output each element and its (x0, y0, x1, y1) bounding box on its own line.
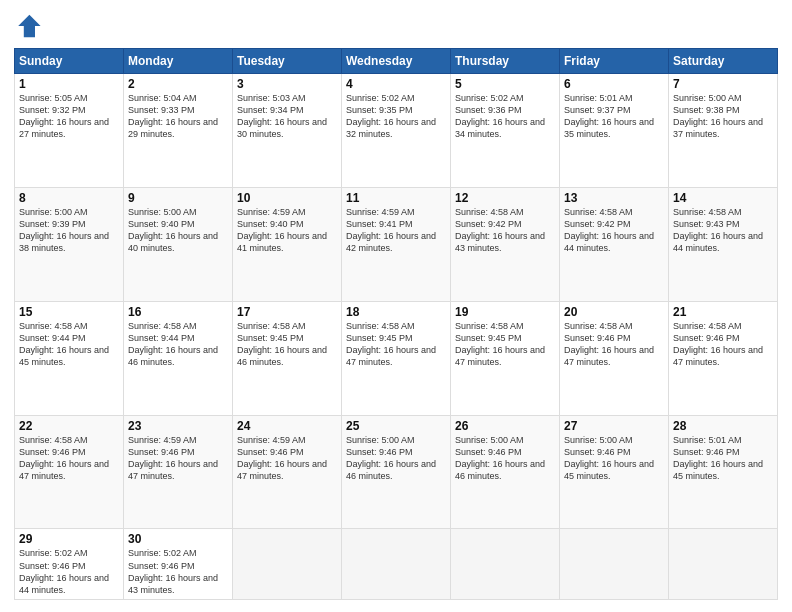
calendar-week-row: 8Sunrise: 5:00 AMSunset: 9:39 PMDaylight… (15, 187, 778, 301)
day-number: 2 (128, 77, 228, 91)
day-info: Sunrise: 5:01 AMSunset: 9:37 PMDaylight:… (564, 92, 664, 141)
calendar-cell: 19Sunrise: 4:58 AMSunset: 9:45 PMDayligh… (451, 301, 560, 415)
day-info: Sunrise: 5:02 AMSunset: 9:35 PMDaylight:… (346, 92, 446, 141)
calendar-week-row: 29Sunrise: 5:02 AMSunset: 9:46 PMDayligh… (15, 529, 778, 600)
day-number: 17 (237, 305, 337, 319)
day-number: 14 (673, 191, 773, 205)
day-number: 13 (564, 191, 664, 205)
day-number: 5 (455, 77, 555, 91)
day-info: Sunrise: 4:59 AMSunset: 9:46 PMDaylight:… (237, 434, 337, 483)
calendar-header-tuesday: Tuesday (233, 49, 342, 74)
calendar-header-monday: Monday (124, 49, 233, 74)
day-info: Sunrise: 5:00 AMSunset: 9:39 PMDaylight:… (19, 206, 119, 255)
day-info: Sunrise: 5:00 AMSunset: 9:46 PMDaylight:… (564, 434, 664, 483)
calendar-header-row: SundayMondayTuesdayWednesdayThursdayFrid… (15, 49, 778, 74)
day-info: Sunrise: 5:00 AMSunset: 9:38 PMDaylight:… (673, 92, 773, 141)
day-number: 19 (455, 305, 555, 319)
calendar-cell: 11Sunrise: 4:59 AMSunset: 9:41 PMDayligh… (342, 187, 451, 301)
calendar-cell: 30Sunrise: 5:02 AMSunset: 9:46 PMDayligh… (124, 529, 233, 600)
calendar-cell: 3Sunrise: 5:03 AMSunset: 9:34 PMDaylight… (233, 74, 342, 188)
calendar-table: SundayMondayTuesdayWednesdayThursdayFrid… (14, 48, 778, 600)
calendar-week-row: 15Sunrise: 4:58 AMSunset: 9:44 PMDayligh… (15, 301, 778, 415)
day-number: 18 (346, 305, 446, 319)
day-info: Sunrise: 4:58 AMSunset: 9:44 PMDaylight:… (128, 320, 228, 369)
calendar-cell: 24Sunrise: 4:59 AMSunset: 9:46 PMDayligh… (233, 415, 342, 529)
day-number: 12 (455, 191, 555, 205)
calendar-cell: 17Sunrise: 4:58 AMSunset: 9:45 PMDayligh… (233, 301, 342, 415)
calendar-header-saturday: Saturday (669, 49, 778, 74)
calendar-cell: 4Sunrise: 5:02 AMSunset: 9:35 PMDaylight… (342, 74, 451, 188)
day-number: 27 (564, 419, 664, 433)
day-info: Sunrise: 5:00 AMSunset: 9:46 PMDaylight:… (455, 434, 555, 483)
calendar-cell: 1Sunrise: 5:05 AMSunset: 9:32 PMDaylight… (15, 74, 124, 188)
calendar-cell: 23Sunrise: 4:59 AMSunset: 9:46 PMDayligh… (124, 415, 233, 529)
calendar-cell: 20Sunrise: 4:58 AMSunset: 9:46 PMDayligh… (560, 301, 669, 415)
calendar-cell: 28Sunrise: 5:01 AMSunset: 9:46 PMDayligh… (669, 415, 778, 529)
day-info: Sunrise: 4:58 AMSunset: 9:45 PMDaylight:… (346, 320, 446, 369)
calendar-cell (669, 529, 778, 600)
day-info: Sunrise: 4:58 AMSunset: 9:46 PMDaylight:… (19, 434, 119, 483)
calendar-header-thursday: Thursday (451, 49, 560, 74)
calendar-cell: 16Sunrise: 4:58 AMSunset: 9:44 PMDayligh… (124, 301, 233, 415)
calendar-cell: 25Sunrise: 5:00 AMSunset: 9:46 PMDayligh… (342, 415, 451, 529)
day-info: Sunrise: 4:59 AMSunset: 9:41 PMDaylight:… (346, 206, 446, 255)
day-info: Sunrise: 5:00 AMSunset: 9:46 PMDaylight:… (346, 434, 446, 483)
day-number: 26 (455, 419, 555, 433)
header (14, 12, 778, 40)
day-info: Sunrise: 4:58 AMSunset: 9:42 PMDaylight:… (564, 206, 664, 255)
calendar-cell (451, 529, 560, 600)
calendar-cell: 6Sunrise: 5:01 AMSunset: 9:37 PMDaylight… (560, 74, 669, 188)
day-number: 10 (237, 191, 337, 205)
day-number: 15 (19, 305, 119, 319)
day-number: 1 (19, 77, 119, 91)
day-number: 21 (673, 305, 773, 319)
day-number: 3 (237, 77, 337, 91)
calendar-cell: 2Sunrise: 5:04 AMSunset: 9:33 PMDaylight… (124, 74, 233, 188)
calendar-header-sunday: Sunday (15, 49, 124, 74)
calendar-cell (233, 529, 342, 600)
logo-icon (14, 12, 42, 40)
day-number: 8 (19, 191, 119, 205)
calendar-cell: 21Sunrise: 4:58 AMSunset: 9:46 PMDayligh… (669, 301, 778, 415)
day-number: 23 (128, 419, 228, 433)
calendar-cell: 22Sunrise: 4:58 AMSunset: 9:46 PMDayligh… (15, 415, 124, 529)
day-info: Sunrise: 5:02 AMSunset: 9:36 PMDaylight:… (455, 92, 555, 141)
day-number: 20 (564, 305, 664, 319)
day-number: 4 (346, 77, 446, 91)
day-info: Sunrise: 5:02 AMSunset: 9:46 PMDaylight:… (19, 547, 119, 596)
calendar-header-wednesday: Wednesday (342, 49, 451, 74)
svg-marker-0 (18, 15, 40, 37)
day-info: Sunrise: 4:59 AMSunset: 9:40 PMDaylight:… (237, 206, 337, 255)
day-number: 25 (346, 419, 446, 433)
day-info: Sunrise: 4:58 AMSunset: 9:45 PMDaylight:… (237, 320, 337, 369)
calendar-header-friday: Friday (560, 49, 669, 74)
day-number: 22 (19, 419, 119, 433)
calendar-cell (342, 529, 451, 600)
day-info: Sunrise: 5:03 AMSunset: 9:34 PMDaylight:… (237, 92, 337, 141)
day-number: 7 (673, 77, 773, 91)
day-info: Sunrise: 5:05 AMSunset: 9:32 PMDaylight:… (19, 92, 119, 141)
day-info: Sunrise: 4:58 AMSunset: 9:46 PMDaylight:… (564, 320, 664, 369)
page: SundayMondayTuesdayWednesdayThursdayFrid… (0, 0, 792, 612)
day-info: Sunrise: 4:58 AMSunset: 9:44 PMDaylight:… (19, 320, 119, 369)
day-number: 28 (673, 419, 773, 433)
calendar-cell: 27Sunrise: 5:00 AMSunset: 9:46 PMDayligh… (560, 415, 669, 529)
calendar-week-row: 1Sunrise: 5:05 AMSunset: 9:32 PMDaylight… (15, 74, 778, 188)
day-info: Sunrise: 4:58 AMSunset: 9:45 PMDaylight:… (455, 320, 555, 369)
calendar-cell: 9Sunrise: 5:00 AMSunset: 9:40 PMDaylight… (124, 187, 233, 301)
calendar-cell: 10Sunrise: 4:59 AMSunset: 9:40 PMDayligh… (233, 187, 342, 301)
day-info: Sunrise: 5:01 AMSunset: 9:46 PMDaylight:… (673, 434, 773, 483)
calendar-cell: 14Sunrise: 4:58 AMSunset: 9:43 PMDayligh… (669, 187, 778, 301)
day-info: Sunrise: 4:58 AMSunset: 9:42 PMDaylight:… (455, 206, 555, 255)
calendar-cell: 13Sunrise: 4:58 AMSunset: 9:42 PMDayligh… (560, 187, 669, 301)
calendar-cell: 8Sunrise: 5:00 AMSunset: 9:39 PMDaylight… (15, 187, 124, 301)
day-info: Sunrise: 4:58 AMSunset: 9:46 PMDaylight:… (673, 320, 773, 369)
logo (14, 12, 46, 40)
day-info: Sunrise: 5:02 AMSunset: 9:46 PMDaylight:… (128, 547, 228, 596)
calendar-cell: 29Sunrise: 5:02 AMSunset: 9:46 PMDayligh… (15, 529, 124, 600)
calendar-cell: 18Sunrise: 4:58 AMSunset: 9:45 PMDayligh… (342, 301, 451, 415)
day-info: Sunrise: 4:58 AMSunset: 9:43 PMDaylight:… (673, 206, 773, 255)
day-number: 16 (128, 305, 228, 319)
day-number: 30 (128, 532, 228, 546)
day-info: Sunrise: 4:59 AMSunset: 9:46 PMDaylight:… (128, 434, 228, 483)
